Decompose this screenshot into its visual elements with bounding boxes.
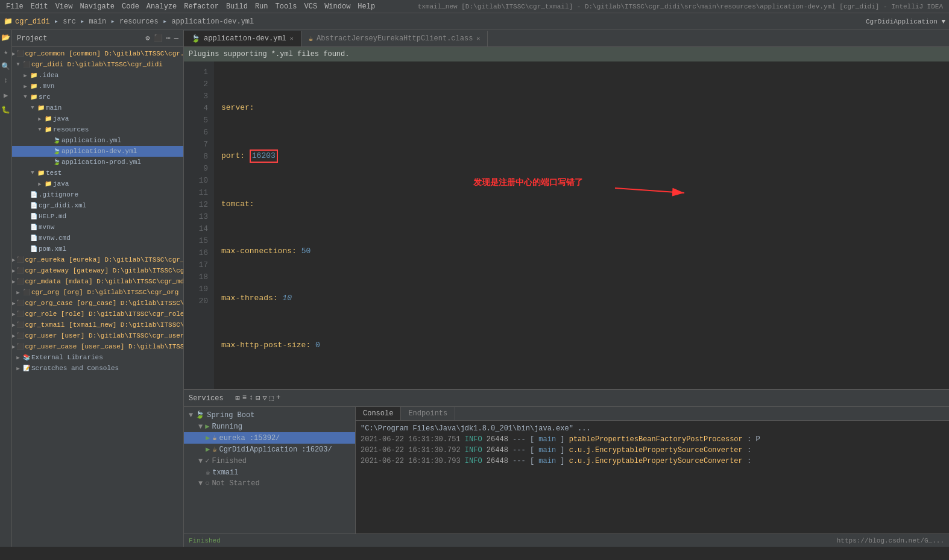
menu-run[interactable]: Run bbox=[251, 2, 272, 11]
file-icon-pom-xml: 📄 bbox=[29, 244, 39, 254]
log-level-3: INFO bbox=[465, 457, 482, 465]
bottom-content: ▼ 🍃 Spring Boot ▼ ▶ Running bbox=[184, 407, 949, 533]
spring-icon: 🍃 bbox=[195, 411, 204, 420]
tree-item-mvnw-cmd[interactable]: ▶ 📄 mvnw.cmd bbox=[12, 233, 183, 244]
tree-item-cgr-mdata[interactable]: ▶ ⬛ cgr_mdata [mdata] D:\gitlab\ITSSC\cg… bbox=[12, 276, 183, 287]
code-line-2: port: 16203 bbox=[221, 149, 944, 163]
menu-analyze[interactable]: Analyze bbox=[143, 2, 180, 11]
tree-item-help-md[interactable]: ▶ 📄 HELP.md bbox=[12, 211, 183, 222]
menu-vcs[interactable]: VCS bbox=[301, 2, 321, 11]
menu-window[interactable]: Window bbox=[321, 2, 354, 11]
breadcrumb-resources[interactable]: resources bbox=[119, 17, 159, 26]
tree-item-java[interactable]: ▶ 📁 java bbox=[12, 113, 183, 124]
tree-item-gitignore[interactable]: ▶ 📄 .gitignore bbox=[12, 189, 183, 200]
tab-class-close[interactable]: ✕ bbox=[476, 35, 480, 42]
folder-icon-mvn: 📁 bbox=[29, 81, 39, 91]
tree-item-application-dev-yml[interactable]: ▶ 🍃 application-dev.yml bbox=[12, 146, 183, 157]
service-group-finished[interactable]: ▼ ✓ Finished bbox=[184, 455, 355, 467]
left-icon-vcs[interactable]: ↕ bbox=[1, 76, 11, 86]
service-arrow-finished[interactable]: ▼ bbox=[198, 457, 203, 465]
service-item-cgr-didi-app[interactable]: ▶ ☕ CgrDidiApplication :16203/ bbox=[184, 444, 355, 455]
tab-application-dev-yml[interactable]: 🍃 application-dev.yml ✕ bbox=[184, 31, 301, 46]
label-pom-xml: pom.xml bbox=[39, 245, 66, 253]
menu-code[interactable]: Code bbox=[118, 2, 143, 11]
tree-item-mvn[interactable]: ▶ 📁 .mvn bbox=[12, 81, 183, 92]
tree-item-test-java[interactable]: ▶ 📁 java bbox=[12, 178, 183, 189]
tree-item-src[interactable]: ▼ 📁 src bbox=[12, 92, 183, 102]
tree-item-idea[interactable]: ▶ 📁 .idea bbox=[12, 70, 183, 81]
tree-item-pom-xml[interactable]: ▶ 📄 pom.xml bbox=[12, 244, 183, 254]
code-line-3: tomcat: bbox=[221, 199, 944, 210]
tree-item-test[interactable]: ▼ 📁 test bbox=[12, 168, 183, 178]
tree-item-cgr-user-case[interactable]: ▶ ⬛ cgr_user_case [user_case] D:\gitlab\… bbox=[12, 341, 183, 352]
code-content[interactable]: server: port: 16203 tomcat: max-connecti… bbox=[214, 61, 949, 389]
sidebar-icon-collapse[interactable]: ⬛ bbox=[154, 34, 163, 43]
tree-item-application-yml[interactable]: ▶ 🍃 application.yml bbox=[12, 135, 183, 146]
menu-navigate[interactable]: Navigate bbox=[76, 2, 118, 11]
breadcrumb-src[interactable]: src bbox=[63, 17, 76, 26]
service-item-txmail[interactable]: ☕ txmail bbox=[184, 467, 355, 478]
service-arrow-running[interactable]: ▼ bbox=[198, 423, 203, 431]
service-group-not-started[interactable]: ▼ ○ Not Started bbox=[184, 478, 355, 489]
services-icon-grid[interactable]: ⊞ bbox=[236, 394, 240, 403]
menu-refactor[interactable]: Refactor bbox=[180, 2, 222, 11]
tree-item-scratches[interactable]: ▶ 📝 Scratches and Consoles bbox=[12, 363, 183, 374]
tree-item-cgr-role[interactable]: ▶ ⬛ cgr_role [role] D:\gitlab\ITSSC\cgr_… bbox=[12, 309, 183, 319]
tree-item-cgr-org-case[interactable]: ▶ ⬛ cgr_org_case [org_case] D:\gitlab\IT… bbox=[12, 298, 183, 309]
left-icon-search[interactable]: 🔍 bbox=[1, 61, 11, 71]
left-icon-run[interactable]: ▶ bbox=[1, 90, 11, 100]
menu-view[interactable]: View bbox=[52, 2, 77, 11]
services-icon-columns[interactable]: ⬚ bbox=[270, 394, 274, 403]
tree-item-cgr-didi-xml[interactable]: ▶ 📄 cgr_didi.xml bbox=[12, 200, 183, 211]
left-icon-project[interactable]: 📂 bbox=[1, 33, 11, 42]
services-icon-list[interactable]: ≡ bbox=[242, 394, 247, 402]
tree-item-cgr-eureka[interactable]: ▶ ⬛ cgr_eureka [eureka] D:\gitlab\ITSSC\… bbox=[12, 254, 183, 265]
menu-file[interactable]: File bbox=[2, 2, 27, 11]
sidebar-header: Project ⚙ ⬛ ⋯ — bbox=[12, 30, 183, 47]
tab-endpoints[interactable]: Endpoints bbox=[401, 407, 455, 420]
services-icon-add[interactable]: + bbox=[276, 394, 280, 402]
tree-item-cgr-txmail[interactable]: ▶ ⬛ cgr_txmail [txmail_new] D:\gitlab\IT… bbox=[12, 319, 183, 330]
tree-arrow-cgr-didi[interactable]: ▼ bbox=[14, 61, 22, 68]
label-mvnw-cmd: mvnw.cmd bbox=[39, 234, 71, 242]
sidebar-icon-hide[interactable]: — bbox=[174, 34, 178, 43]
tab-console[interactable]: Console bbox=[356, 407, 401, 420]
tree-item-application-prod-yml[interactable]: ▶ 🍃 application-prod.yml bbox=[12, 157, 183, 168]
left-icon-debug[interactable]: 🐛 bbox=[1, 105, 11, 115]
breadcrumb-main[interactable]: main bbox=[89, 17, 107, 26]
left-icon-fav[interactable]: ★ bbox=[1, 47, 11, 57]
service-arrow-not-started[interactable]: ▼ bbox=[198, 479, 203, 488]
services-icon-sort[interactable]: ↕ bbox=[249, 394, 253, 402]
menu-build[interactable]: Build bbox=[222, 2, 251, 11]
service-run-icon-cgr-didi: ▶ bbox=[206, 445, 210, 454]
tree-item-main[interactable]: ▼ 📁 main bbox=[12, 102, 183, 113]
tree-item-cgr-common[interactable]: ▶ ⬛ cgr_common [common] D:\gitlab\ITSSC\… bbox=[12, 48, 183, 59]
service-group-running[interactable]: ▼ ▶ Running bbox=[184, 421, 355, 432]
tree-item-mvnw[interactable]: ▶ 📄 mvnw bbox=[12, 222, 183, 233]
service-item-eureka[interactable]: ▶ ☕ eureka :15392/ bbox=[184, 432, 355, 444]
run-config-selector[interactable]: CgrDidiApplication ▼ bbox=[866, 18, 945, 25]
tree-item-cgr-didi[interactable]: ▼ ⬛ cgr_didi D:\gitlab\ITSSC\cgr_didi bbox=[12, 59, 183, 70]
service-arrow-spring-boot[interactable]: ▼ bbox=[189, 411, 193, 420]
breadcrumb-file[interactable]: application-dev.yml bbox=[171, 17, 254, 26]
tree-item-cgr-gateway[interactable]: ▶ ⬛ cgr_gateway [gateway] D:\gitlab\ITSS… bbox=[12, 265, 183, 276]
log-class-1: ptablePropertiesBeanFactoryPostProcessor bbox=[569, 435, 743, 444]
services-icon-group[interactable]: ⊟ bbox=[256, 394, 260, 403]
tree-item-external-libs[interactable]: ▶ 📚 External Libraries bbox=[12, 352, 183, 363]
tree-item-cgr-user[interactable]: ▶ ⬛ cgr_user [user] D:\gitlab\ITSSC\cgr_… bbox=[12, 330, 183, 341]
service-group-spring-boot[interactable]: ▼ 🍃 Spring Boot bbox=[184, 409, 355, 421]
services-icon-filter[interactable]: ▽ bbox=[262, 394, 266, 403]
breadcrumb-cgr-didi[interactable]: cgr_didi bbox=[15, 17, 50, 26]
menu-tools[interactable]: Tools bbox=[272, 2, 301, 11]
tree-item-resources[interactable]: ▼ 📁 resources bbox=[12, 124, 183, 135]
services-icons: ⊞ ≡ ↕ ⊟ ▽ ⬚ + bbox=[231, 390, 286, 407]
menu-edit[interactable]: Edit bbox=[27, 2, 52, 11]
tab-abstract-jersey[interactable]: ☕ AbstractJerseyEurekaHttpClient.class ✕ bbox=[301, 31, 488, 46]
sidebar-icon-options[interactable]: ⋯ bbox=[166, 34, 171, 43]
tree-label-cgr-didi: cgr_didi D:\gitlab\ITSSC\cgr_didi bbox=[31, 61, 163, 68]
console-area[interactable]: "C:\Program Files\Java\jdk1.8.0_201\bin\… bbox=[356, 421, 949, 533]
tree-item-cgr-org[interactable]: ▶ ⬛ cgr_org [org] D:\gitlab\ITSSC\cgr_or… bbox=[12, 287, 183, 298]
menu-help[interactable]: Help bbox=[354, 2, 379, 11]
tab-yml-close[interactable]: ✕ bbox=[290, 35, 294, 42]
sidebar-icon-settings[interactable]: ⚙ bbox=[145, 34, 150, 43]
